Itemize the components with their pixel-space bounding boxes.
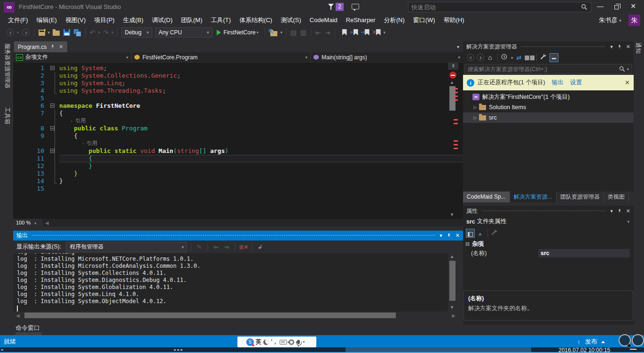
output-source-select[interactable]: 程序包管理器▾ (66, 242, 187, 252)
ime-punctuation-icon[interactable]: ’， (271, 338, 278, 346)
expander-icon[interactable]: ▷ (472, 105, 478, 110)
solution-configuration-select[interactable]: Debug▾ (121, 27, 152, 38)
code-line[interactable]: using System; (59, 64, 463, 72)
notifications-badge[interactable]: 2 (336, 3, 344, 11)
code-row[interactable]: 8public class Program (13, 125, 463, 132)
code-row[interactable]: 10public static void Main(string[] args) (13, 147, 463, 155)
previous-bookmark-button[interactable]: ⇦ (349, 27, 360, 38)
code-line[interactable] (59, 95, 463, 102)
code-line[interactable]: using System.Collections.Generic; (59, 72, 463, 80)
save-button[interactable] (62, 27, 71, 38)
panel-tab-tab[interactable]: 团队资源管理器 (557, 192, 604, 202)
minimize-button[interactable]: — (593, 0, 607, 12)
overlay-stop-button[interactable] (632, 334, 644, 346)
property-category-misc[interactable]: ⊟杂项 (463, 239, 634, 249)
ime-settings-gear-icon[interactable] (289, 339, 294, 345)
menu-item-6[interactable]: 团队(M) (177, 14, 207, 26)
member-dropdown[interactable]: Main(string[] args)▾ (311, 52, 463, 62)
properties-object-select[interactable]: src文件夹属性 ▾ (463, 216, 634, 227)
splitter-handle[interactable]: ⇕ (448, 63, 458, 70)
navigate-forward-button[interactable] (21, 27, 31, 38)
menu-item-11[interactable]: ReSharper (342, 14, 380, 26)
code-row[interactable]: 5 (13, 95, 463, 102)
output-log[interactable]: log : Installinglog : Installing Microso… (13, 253, 448, 312)
notifications-flag-icon[interactable] (328, 4, 334, 10)
fold-margin[interactable] (47, 64, 59, 72)
se-filter-caret[interactable]: ▾ (510, 56, 514, 60)
publish-button[interactable]: ↑ 发布 (577, 337, 605, 346)
menu-item-4[interactable]: 生成(B) (119, 14, 148, 26)
code-row[interactable]: 7{ (13, 110, 463, 117)
se-forward-button[interactable] (476, 53, 485, 62)
fold-margin[interactable] (47, 80, 59, 87)
panel-tab-tab[interactable]: 解决方案资源... (510, 192, 557, 202)
fold-collapse-box[interactable] (50, 66, 55, 70)
solution-explorer-search-input[interactable] (465, 66, 619, 72)
code-line[interactable]: } (59, 162, 463, 170)
ime-more-caret[interactable]: ▾ (303, 340, 305, 344)
codelens-references[interactable]: - 引用 (59, 140, 463, 147)
code-line[interactable]: { (59, 132, 463, 140)
property-row-name[interactable]: (名称) src (463, 249, 634, 258)
save-all-button[interactable] (72, 27, 82, 38)
code-row[interactable]: 2using System.Collections.Generic; (13, 72, 463, 80)
code-row[interactable]: 11{ (13, 155, 463, 162)
se-preview-selected-items-toggle[interactable] (550, 53, 558, 62)
sidebar-tab-notifications[interactable]: 通知 (634, 42, 642, 54)
undo-caret[interactable]: ▾ (97, 30, 102, 35)
ime-drag-handle[interactable]: ⋮ (240, 340, 244, 345)
props-close-icon[interactable]: ✕ (626, 208, 630, 214)
infobar-output-link[interactable]: 输出 (552, 79, 564, 87)
menu-item-10[interactable]: CodeMaid (306, 14, 342, 26)
editor-scrollbar[interactable]: ⇕ ▲ ▼ (448, 63, 458, 219)
menu-item-12[interactable]: 分析(N) (380, 14, 409, 26)
output-hscroll-thumb[interactable] (24, 313, 396, 318)
code-editor[interactable]: 1using System;2using System.Collections.… (13, 63, 463, 219)
taskbar-button[interactable] (346, 347, 531, 352)
code-row[interactable]: 4using System.Threading.Tasks; (13, 87, 463, 95)
menu-item-14[interactable]: 帮助(H) (440, 14, 469, 26)
se-pin-icon[interactable] (617, 44, 622, 49)
output-hscrollbar[interactable]: ◀ ▶ (13, 312, 458, 319)
code-line[interactable]: } (59, 170, 463, 177)
se-back-button[interactable] (466, 53, 475, 62)
output-window-position-caret[interactable]: ▾ (440, 233, 442, 239)
code-line[interactable]: using System.Threading.Tasks; (59, 87, 463, 95)
file-health-error-badge[interactable] (449, 72, 456, 79)
output-close-icon[interactable]: ✕ (456, 233, 460, 239)
find-in-files-button[interactable] (268, 27, 279, 38)
fold-margin[interactable] (47, 155, 59, 162)
quick-launch-box[interactable] (408, 2, 591, 12)
ime-keyboard-icon[interactable] (280, 340, 287, 345)
close-button[interactable]: ✕ (626, 0, 640, 12)
code-line[interactable] (59, 185, 463, 193)
se-collapse-all-button[interactable]: ▩▩ (525, 53, 534, 62)
next-message-icon[interactable]: ⇨ (222, 243, 232, 251)
restore-button[interactable] (609, 0, 623, 12)
menu-item-5[interactable]: 调试(D) (148, 14, 177, 26)
fold-margin[interactable] (47, 177, 59, 185)
code-row[interactable]: 9{ (13, 132, 463, 140)
code-line[interactable]: using System.Linq; (59, 80, 463, 87)
next-bookmark-button[interactable]: ⇨ (361, 27, 371, 38)
solution-explorer-titlebar[interactable]: 解决方案资源管理器 ▾ ✕ (463, 41, 634, 52)
code-row[interactable]: 13} (13, 170, 463, 177)
code-line[interactable]: public class Program (59, 125, 463, 132)
panel-tab-tab[interactable]: 类视图 (604, 192, 629, 202)
code-row[interactable]: - 引用 (13, 117, 463, 125)
increase-indent-button[interactable]: ⇥ (323, 27, 332, 38)
project-dropdown[interactable]: C# 杂项文件▾ (13, 52, 132, 62)
sidebar-tab-server-explorer[interactable]: 服务器资源管理器 (3, 43, 11, 88)
alphabetical-sort-button[interactable]: AZ↓ (476, 229, 485, 238)
open-file-button[interactable] (51, 27, 61, 38)
redo-caret[interactable]: ▾ (110, 30, 115, 35)
fold-margin[interactable] (47, 162, 59, 170)
tree-item-solutionitems[interactable]: ▷Solution Items (463, 102, 634, 112)
menu-item-13[interactable]: 窗口(W) (409, 14, 440, 26)
infobar-settings-link[interactable]: 设置 (570, 79, 582, 87)
code-line[interactable]: namespace FirstNetCore (59, 102, 463, 110)
user-avatar[interactable]: 朱 (628, 15, 640, 26)
pin-icon[interactable] (50, 44, 55, 49)
output-hscroll-left[interactable]: ◀ (13, 313, 23, 318)
new-project-caret[interactable]: ▾ (47, 30, 51, 35)
